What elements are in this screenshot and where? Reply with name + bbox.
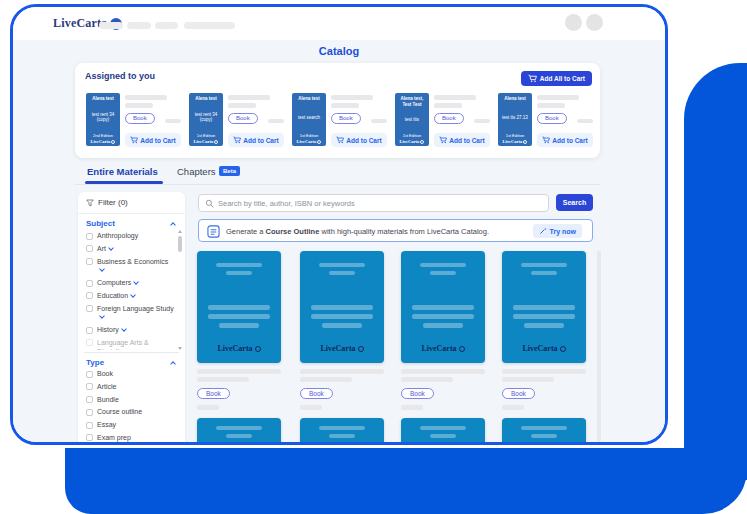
filter-option[interactable]: Anthropology [86, 232, 174, 241]
try-now-label: Try now [550, 228, 576, 235]
assigned-item: Alena test test rent 34 (copy) 1st Editi… [189, 91, 284, 153]
filter-option-label: Language Arts & Disciplines [97, 339, 174, 350]
avatar[interactable] [586, 14, 603, 31]
text-placeholder [300, 369, 384, 374]
mini-book-cover[interactable]: Alena test test rent 34 (copy) 2nd Editi… [86, 93, 120, 146]
book-cover[interactable]: LiveCarta [401, 251, 485, 363]
filter-option[interactable]: Bundle [86, 396, 174, 405]
book-type-badge: Book [434, 113, 464, 124]
mini-book-cover[interactable]: Alena test test search 1st Edition LiveC… [292, 93, 326, 146]
book-type-badge: Book [502, 388, 535, 399]
assigned-item: Alena test test rent 34 (copy) 2nd Editi… [86, 91, 181, 153]
mini-cover-subtitle: test tts 27.13 [500, 115, 530, 121]
chevron-down-icon[interactable] [121, 326, 127, 332]
checkbox[interactable] [86, 396, 93, 403]
checkbox[interactable] [86, 422, 93, 429]
add-to-cart-button[interactable]: Add to Cart [434, 133, 490, 147]
mini-cover-subtitle: test tits [397, 117, 427, 123]
filter-option[interactable]: Foreign Language Study [86, 305, 174, 323]
chevron-down-icon[interactable] [108, 245, 114, 251]
checkbox[interactable] [86, 280, 93, 287]
try-now-button[interactable]: Try now [533, 224, 582, 238]
mini-cover-title: Alena test, Test Test [397, 96, 427, 108]
book-cover-partial[interactable] [502, 418, 586, 444]
filter-option[interactable]: Business & Economics [86, 258, 174, 276]
filter-option[interactable]: Article [86, 383, 174, 392]
filter-option[interactable]: Computers [86, 279, 174, 288]
brand-ring-icon [420, 140, 424, 144]
search-button[interactable]: Search [556, 194, 593, 211]
nav-placeholder[interactable] [155, 22, 178, 29]
filter-section-subject[interactable]: Subject [86, 219, 115, 228]
chevron-up-icon[interactable] [170, 361, 176, 367]
tab-chapters[interactable]: Chapters [177, 166, 216, 177]
text-placeholder [401, 405, 423, 410]
checkbox[interactable] [86, 245, 93, 252]
sidebar-scrollbar[interactable] [177, 230, 182, 350]
chevron-down-icon[interactable] [133, 279, 139, 285]
assigned-item-details: Book Add to Cart [434, 93, 490, 151]
chevron-down-icon[interactable] [133, 348, 139, 350]
nav-placeholder[interactable] [99, 22, 123, 29]
cover-placeholder [430, 434, 456, 438]
book-cover[interactable]: LiveCarta [300, 251, 384, 363]
nav-placeholder[interactable] [127, 22, 151, 29]
filter-option[interactable]: Language Arts & Disciplines [86, 339, 174, 350]
cover-placeholder [423, 323, 463, 328]
checkbox[interactable] [86, 305, 93, 312]
checkbox[interactable] [86, 383, 93, 390]
add-to-cart-button[interactable]: Add to Cart [125, 133, 181, 147]
filter-header[interactable]: Filter (0) [86, 198, 128, 207]
add-all-to-cart-button[interactable]: Add All to Cart [521, 71, 592, 86]
tab-entire-materials[interactable]: Entire Materials [87, 166, 158, 177]
cover-placeholder [531, 271, 557, 275]
mini-cover-brand: LiveCarta [88, 139, 118, 144]
filter-section-type[interactable]: Type [86, 358, 104, 367]
background-shape [684, 63, 747, 480]
mini-book-cover[interactable]: Alena test test rent 34 (copy) 1st Editi… [189, 93, 223, 146]
checkbox[interactable] [86, 327, 93, 334]
cover-placeholder [226, 271, 252, 275]
chevron-up-icon[interactable] [170, 222, 176, 228]
content-scrollbar[interactable] [597, 251, 601, 442]
checkbox[interactable] [86, 434, 93, 441]
checkbox[interactable] [86, 292, 93, 299]
filter-option[interactable]: Book [86, 370, 174, 379]
add-to-cart-button[interactable]: Add to Cart [331, 133, 387, 147]
chevron-down-icon[interactable] [99, 266, 105, 272]
book-cover-partial[interactable] [401, 418, 485, 444]
add-to-cart-button[interactable]: Add to Cart [228, 133, 284, 147]
filter-option[interactable]: Art [86, 245, 174, 254]
scroll-up-icon[interactable] [178, 230, 182, 233]
checkbox[interactable] [86, 258, 93, 265]
scrollbar-thumb[interactable] [178, 236, 182, 252]
checkbox[interactable] [86, 339, 93, 346]
nav-placeholder[interactable] [184, 22, 235, 29]
cover-placeholder [216, 426, 262, 430]
book-cover-partial[interactable] [300, 418, 384, 444]
mini-cover-subtitle: test rent 34 (copy) [191, 112, 221, 124]
checkbox[interactable] [86, 409, 93, 416]
avatar[interactable] [565, 14, 582, 31]
book-cover-partial[interactable] [197, 418, 281, 444]
mini-book-cover[interactable]: Alena test test tts 27.13 1st Edition Li… [498, 93, 532, 146]
chevron-down-icon[interactable] [130, 292, 136, 298]
filter-option[interactable]: History [86, 326, 174, 335]
filter-option[interactable]: Education [86, 292, 174, 301]
search-input[interactable] [218, 195, 543, 211]
book-cover[interactable]: LiveCarta [197, 251, 281, 363]
checkbox[interactable] [86, 233, 93, 240]
mini-cover-subtitle: test search [294, 115, 324, 121]
checkbox[interactable] [86, 371, 93, 378]
filter-option[interactable]: Exam prep [86, 434, 174, 442]
filter-option[interactable]: Essay [86, 421, 174, 430]
cover-placeholder [329, 271, 355, 275]
book-type-badge: Book [401, 388, 434, 399]
filter-option[interactable]: Course outline [86, 408, 174, 417]
mini-book-cover[interactable]: Alena test, Test Test test tits 1st Edit… [395, 93, 429, 146]
scroll-down-icon[interactable] [178, 347, 182, 350]
add-to-cart-button[interactable]: Add to Cart [537, 133, 593, 147]
chevron-down-icon[interactable] [99, 313, 105, 319]
book-cover[interactable]: LiveCarta [502, 251, 586, 363]
cover-placeholder [329, 434, 355, 438]
